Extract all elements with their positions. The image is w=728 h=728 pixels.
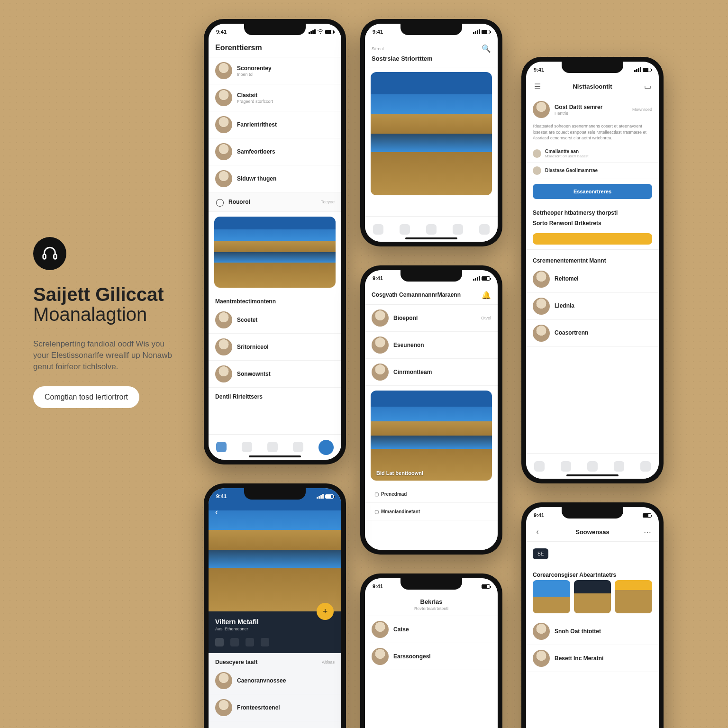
list-item[interactable]: Eseunenon [365,332,498,359]
header-title: Soowensas [575,528,610,536]
list-item[interactable]: Scoetet [209,307,341,334]
square-icon: ▢ [372,507,381,516]
image-caption: Bid Lat benttoownl [376,470,423,476]
menu-icon[interactable]: ☰ [533,82,542,91]
section-title-3: Dentil Rirteittsers [215,393,263,400]
square-icon: ▢ [372,489,381,499]
list-item[interactable]: Siduwr thugen [209,165,341,192]
author-row[interactable]: Gost Dattt semrer Hentrie Mownroed [526,96,659,123]
section-title: Duescyere taaft [215,659,257,665]
list-item[interactable]: SconorenteyInoen tol [209,57,341,84]
screen-header: Eorenttiersm [209,40,341,57]
phone-post-card: 9:41 Cosgvath CemannnannrMaraenn 🔔 Bioep… [360,265,502,555]
list-item[interactable]: Coasortrenn [526,320,659,347]
thumbnail[interactable] [615,580,652,613]
tab-c[interactable] [587,461,598,472]
phone-contacts-feed: 9:41 Eorenttiersm SconorenteyInoen tolCl… [204,19,346,464]
cta-button[interactable]: Comgtian tosd lertiortrort [33,386,139,408]
hero-image[interactable] [371,72,492,195]
detail-row-2[interactable]: ▢ Mmanlandinetant [365,503,498,520]
phone-profile: 9:41 ‹ + Viltern Mctafil Aasl Etheroeone… [204,483,346,728]
list-item[interactable]: Reltomel [526,266,659,293]
back-icon[interactable]: ‹ [533,527,542,537]
tab-a[interactable] [373,224,383,235]
list-item[interactable]: Samfeortioers [209,138,341,165]
post-image[interactable]: Bid Lat benttoownl [371,391,492,481]
header-title: Sostrslae Striortttem [372,55,491,62]
list-item[interactable]: Earssoongesl [365,643,498,670]
footer-item-name: Rouorol [228,199,318,205]
tab-2[interactable] [242,442,252,453]
list-item[interactable]: Catse [365,616,498,643]
seg-3[interactable] [246,638,254,646]
tab-a[interactable] [534,461,545,472]
title-line-1: Saijett Giliccat [33,284,175,304]
option-1[interactable]: Cmallantte aan Msaescrtt orl uscrr baass… [526,145,659,163]
header-subtitle: Revterteartrtetentl [372,606,491,611]
phone-settings: 9:41 ☰ Nisttasioontit ▭ Gost Dattt semre… [521,57,664,483]
list-item[interactable]: Sonwowntst [209,361,341,388]
bell-icon[interactable]: 🔔 [482,290,491,300]
profile-name: Viltern Mctafil [215,618,335,626]
tab-home[interactable] [216,442,227,453]
back-label[interactable]: Sitreol [372,46,384,51]
circle-icon: ◯ [215,197,225,207]
more-icon[interactable]: ⋯ [643,527,652,537]
list-item[interactable]: Fanrientrithest [209,111,341,138]
secondary-button[interactable] [533,233,652,245]
seg-2[interactable] [230,638,239,646]
back-icon[interactable]: ‹ [215,507,218,517]
section-link[interactable]: Aitloas [322,660,335,664]
option-2[interactable]: Diastase Gaollmamrrae [526,163,659,179]
section-label-2: Sorto Renwonl Brtketrets [533,220,601,227]
search-icon[interactable]: 🔍 [482,44,491,53]
header-title: Bekrlas [372,598,491,605]
section-title: Corearconsgiser Abeartntaetrs [533,572,616,578]
list-item[interactable]: Caenoranvnossee [209,667,341,694]
list-item[interactable]: ClastsitFrageerd storfccort [209,84,341,111]
tab-fab[interactable] [318,440,334,455]
tab-d[interactable] [453,224,463,235]
svg-rect-1 [54,254,57,259]
add-fab[interactable]: + [317,603,334,620]
phone-gallery: 9:41 ‹ Soowensas ⋯ SE Corearconsgiser Ab… [521,502,664,728]
header-title: Nisttasioontit [573,83,612,90]
tab-3[interactable] [267,442,278,453]
title-line-2: Moanalagtion [33,304,175,324]
tab-d[interactable] [614,461,624,472]
profile-subtitle: Aasl Etheroeoner [215,627,335,631]
thumbnail[interactable] [533,580,570,613]
tab-4[interactable] [293,442,303,453]
primary-button[interactable]: Essaeonrtreres [533,184,652,199]
list-item[interactable]: Besett Inc Meratni [526,645,659,672]
tab-c[interactable] [426,224,437,235]
tab-b[interactable] [400,224,410,235]
tab-e[interactable] [640,461,651,472]
detail-row[interactable]: ▢ Prenedmad [365,485,498,503]
thumbnail-row [526,580,659,618]
profile-card: + Viltern Mctafil Aasl Etheroeoner [209,611,341,653]
badge: SE [533,548,548,559]
list-item[interactable]: BioeponlOtvel [365,305,498,332]
phone-image-detail: 9:41 Sitreol 🔍 Sostrslae Striortttem [360,19,502,246]
list-title: Csremenentementnt Mannt [533,257,606,264]
marketing-sidebar: Saijett Giliccat Moanalagtion Screlenper… [33,237,175,408]
thumbnail[interactable] [574,580,611,613]
header-title: Eorenttiersm [215,44,335,52]
tab-b[interactable] [561,461,571,472]
list-item[interactable]: Liednia [526,293,659,320]
list-item[interactable]: Snoh Oat thtottet [526,618,659,645]
marketing-blurb: Screlenperting fandioal oodf Wis you you… [33,338,175,372]
section-title: Maentmbtectimontenn [215,298,276,305]
seg-1[interactable] [215,638,224,646]
footer-item-meta: Toeyoe [321,200,335,204]
landscape-image[interactable] [214,217,336,288]
bookmark-icon[interactable]: ▭ [643,82,652,91]
list-item[interactable]: Fronteesrtoenel [209,694,341,721]
tab-e[interactable] [479,224,490,235]
seg-4[interactable] [261,638,269,646]
list-item[interactable]: Cinrmontteam [365,359,498,386]
list-item[interactable]: Sritorniceol [209,334,341,361]
profile-cover: ‹ [209,488,341,611]
phone-list-minimal: 9:41 Bekrlas Revterteartrtetentl CatseEa… [360,573,502,728]
